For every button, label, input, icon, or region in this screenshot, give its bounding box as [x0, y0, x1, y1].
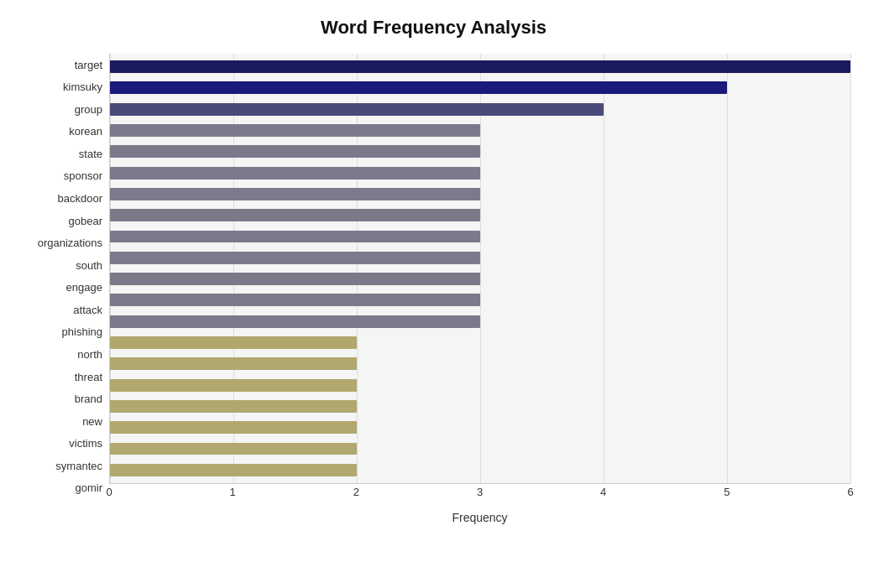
bar — [110, 167, 480, 180]
x-tick: 5 — [724, 486, 730, 498]
bar — [110, 103, 604, 116]
x-tick: 6 — [847, 486, 853, 498]
chart-container: Word Frequency Analysis targetkimsukygro… — [0, 0, 884, 588]
x-tick: 3 — [477, 486, 483, 498]
bar — [110, 379, 357, 392]
bar-row — [110, 396, 850, 417]
bar-row — [110, 268, 850, 289]
y-label: symantec — [55, 455, 102, 476]
bar-row — [110, 289, 850, 310]
bar-row — [110, 332, 850, 353]
grid-line — [850, 54, 851, 483]
bar — [110, 231, 480, 243]
bar-row — [110, 205, 850, 226]
bar — [110, 336, 357, 349]
y-axis: targetkimsukygroupkoreanstatesponsorback… — [17, 54, 109, 524]
y-label: organizations — [38, 232, 102, 254]
y-label: victims — [69, 433, 102, 455]
bar — [110, 315, 480, 328]
bar-row — [110, 438, 850, 459]
chart-title: Word Frequency Analysis — [17, 17, 850, 39]
bar — [110, 188, 480, 200]
chart-area: targetkimsukygroupkoreanstatesponsorback… — [17, 54, 850, 524]
bar — [110, 421, 357, 434]
bar-row — [110, 311, 850, 332]
bar-row — [110, 99, 850, 120]
y-label: backdoor — [58, 187, 102, 209]
bar — [110, 81, 727, 94]
bar-row — [110, 162, 850, 183]
x-axis-label: Frequency — [109, 509, 850, 524]
bar — [110, 443, 357, 455]
bar — [110, 60, 850, 73]
bar-row — [110, 417, 850, 438]
y-label: gobear — [69, 210, 102, 232]
bar — [110, 400, 357, 413]
bar — [110, 145, 480, 158]
bar-row — [110, 460, 850, 481]
x-tick: 4 — [600, 486, 606, 498]
bar-row — [110, 56, 850, 77]
bar-row — [110, 120, 850, 141]
y-label: target — [75, 54, 102, 75]
y-label: group — [75, 98, 102, 120]
y-label: threat — [75, 366, 102, 388]
y-label: attack — [73, 299, 102, 320]
bar-row — [110, 141, 850, 162]
bar — [110, 464, 357, 476]
y-label: north — [77, 344, 102, 366]
y-label: brand — [75, 388, 102, 410]
bar — [110, 252, 480, 264]
bar — [110, 294, 480, 306]
x-tick: 2 — [353, 486, 359, 498]
bars-panel — [109, 54, 850, 484]
bar-row — [110, 374, 850, 395]
y-label: new — [82, 410, 102, 432]
bar — [110, 357, 357, 370]
y-label: state — [79, 143, 102, 164]
bar-row — [110, 77, 850, 98]
x-tick: 0 — [106, 486, 112, 498]
y-label: gomir — [75, 477, 102, 499]
bar — [110, 209, 480, 221]
y-label: phishing — [62, 321, 102, 343]
bars-and-x: 0123456 Frequency — [109, 54, 850, 524]
bar — [110, 124, 480, 137]
bar-row — [110, 353, 850, 374]
x-axis: 0123456 — [109, 484, 850, 509]
y-label: engage — [66, 277, 102, 299]
y-label: kimsuky — [63, 76, 102, 98]
bar — [110, 273, 480, 285]
bar-row — [110, 226, 850, 247]
x-tick: 1 — [230, 486, 236, 498]
y-label: korean — [69, 121, 102, 143]
bar-row — [110, 184, 850, 205]
y-label: sponsor — [64, 165, 102, 187]
y-label: south — [76, 254, 102, 276]
bar-row — [110, 247, 850, 268]
